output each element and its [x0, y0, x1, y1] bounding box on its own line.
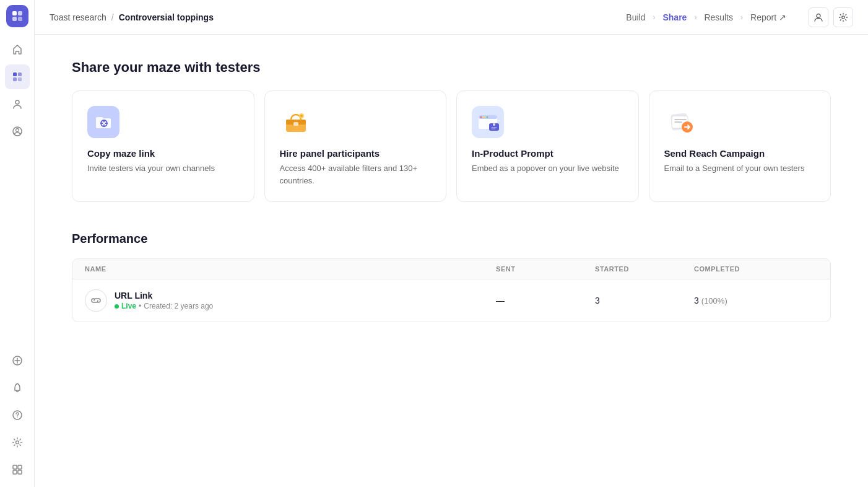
in-product-icon — [472, 106, 504, 138]
sidebar-item-help[interactable] — [5, 403, 30, 428]
svg-rect-1 — [18, 11, 22, 15]
main-content: Toast research / Controversial toppings … — [35, 0, 868, 487]
card-copy-link-title: Copy maze link — [87, 148, 239, 159]
col-header-started: STARTED — [595, 265, 694, 273]
sidebar-item-account[interactable] — [5, 119, 30, 144]
sidebar-bottom — [5, 348, 30, 482]
nav-step-build[interactable]: Build — [618, 9, 653, 26]
col-header-name: NAME — [85, 265, 496, 273]
nav-steps: Build › Share › Results › Report ↗ — [618, 9, 794, 26]
breadcrumb-separator: / — [111, 12, 114, 22]
nav-step-report-label: Report ↗ — [750, 12, 786, 22]
nav-step-report[interactable]: Report ↗ — [743, 9, 794, 26]
nav-step-share-label: Share — [662, 12, 687, 22]
share-section-title: Share your maze with testers — [72, 59, 831, 76]
svg-point-20 — [842, 15, 844, 18]
topnav-actions — [809, 7, 853, 27]
svg-rect-2 — [12, 17, 17, 21]
svg-point-14 — [15, 441, 19, 444]
nav-step-results[interactable]: Results — [697, 9, 740, 26]
svg-point-8 — [15, 100, 19, 104]
svg-rect-0 — [12, 11, 17, 15]
table-row[interactable]: URL Link Live • Created: 2 years ago — 3… — [72, 279, 830, 322]
svg-rect-25 — [293, 122, 298, 126]
svg-rect-5 — [18, 72, 22, 76]
topnav: Toast research / Controversial toppings … — [35, 0, 868, 35]
nav-step-share[interactable]: Share — [655, 9, 694, 26]
nav-step-build-label: Build — [626, 12, 645, 22]
breadcrumb-maze-name: Controversial toppings — [119, 12, 214, 22]
sidebar — [0, 0, 35, 487]
svg-point-33 — [487, 116, 488, 118]
profile-button[interactable] — [809, 7, 828, 27]
card-copy-maze-link[interactable]: Copy maze link Invite testers via your o… — [72, 90, 254, 202]
svg-rect-7 — [18, 77, 22, 81]
breadcrumb: Toast research / Controversial toppings — [50, 12, 214, 22]
svg-point-31 — [480, 116, 482, 118]
svg-rect-3 — [18, 17, 22, 21]
hire-panel-icon — [280, 106, 312, 138]
row-meta: Live • Created: 2 years ago — [115, 302, 213, 310]
share-cards-grid: Copy maze link Invite testers via your o… — [72, 90, 831, 202]
svg-rect-17 — [13, 470, 17, 474]
row-started-value: 3 — [595, 296, 694, 305]
sidebar-item-grid[interactable] — [5, 457, 30, 482]
svg-point-13 — [17, 416, 18, 418]
live-indicator-dot — [115, 304, 119, 309]
card-hire-panel-desc: Access 400+ available filters and 130+ c… — [280, 162, 432, 186]
row-sent-value: — — [496, 296, 595, 305]
card-send-reach[interactable]: Send Reach Campaign Email to a Segment o… — [649, 90, 831, 202]
performance-table: NAME SENT STARTED COMPLETED URL Link — [72, 258, 831, 322]
card-hire-panel-title: Hire panel participants — [280, 148, 432, 159]
svg-point-10 — [15, 129, 19, 132]
card-in-product-desc: Embed as a popover on your live website — [472, 162, 623, 175]
card-in-product-title: In-Product Prompt — [472, 148, 623, 159]
row-name-info: URL Link Live • Created: 2 years ago — [115, 291, 213, 310]
sidebar-item-home[interactable] — [5, 37, 30, 62]
row-url-name: URL Link — [115, 291, 213, 301]
row-name-cell: URL Link Live • Created: 2 years ago — [85, 289, 496, 312]
send-reach-icon — [664, 106, 697, 138]
card-in-product[interactable]: In-Product Prompt Embed as a popover on … — [456, 90, 639, 202]
page-content: Share your maze with testers — [35, 35, 868, 487]
sidebar-item-notifications[interactable] — [5, 375, 30, 400]
card-copy-link-desc: Invite testers via your own channels — [87, 162, 239, 175]
breadcrumb-project[interactable]: Toast research — [50, 12, 106, 22]
card-send-reach-title: Send Reach Campaign — [664, 148, 816, 159]
row-completed-value: 3(100%) — [694, 296, 818, 305]
sidebar-item-settings[interactable] — [5, 430, 30, 455]
sidebar-item-people[interactable] — [5, 92, 30, 116]
svg-rect-16 — [18, 465, 22, 469]
completed-pct: (100%) — [701, 296, 727, 305]
svg-point-32 — [484, 116, 485, 118]
sidebar-item-dashboard[interactable] — [5, 64, 30, 89]
app-logo[interactable] — [6, 5, 28, 27]
row-created-text: • — [139, 302, 141, 310]
col-header-sent: SENT — [496, 265, 595, 273]
svg-rect-6 — [13, 77, 17, 81]
svg-rect-18 — [18, 470, 22, 474]
performance-title: Performance — [72, 232, 831, 246]
row-created-date: Created: 2 years ago — [144, 302, 213, 310]
svg-point-35 — [493, 123, 495, 126]
card-hire-panel[interactable]: Hire panel participants Access 400+ avai… — [264, 90, 447, 202]
svg-rect-15 — [13, 465, 17, 469]
settings-button[interactable] — [833, 7, 853, 27]
col-header-completed: COMPLETED — [694, 265, 818, 273]
live-status-label: Live — [121, 302, 136, 310]
row-type-icon — [85, 289, 107, 312]
table-header: NAME SENT STARTED COMPLETED — [72, 259, 830, 279]
svg-rect-4 — [13, 72, 17, 76]
copy-link-icon — [87, 106, 119, 138]
nav-step-results-label: Results — [704, 12, 733, 22]
svg-point-27 — [300, 115, 303, 117]
svg-point-19 — [817, 14, 820, 17]
sidebar-item-upgrade[interactable] — [5, 348, 30, 373]
card-send-reach-desc: Email to a Segment of your own testers — [664, 162, 816, 175]
